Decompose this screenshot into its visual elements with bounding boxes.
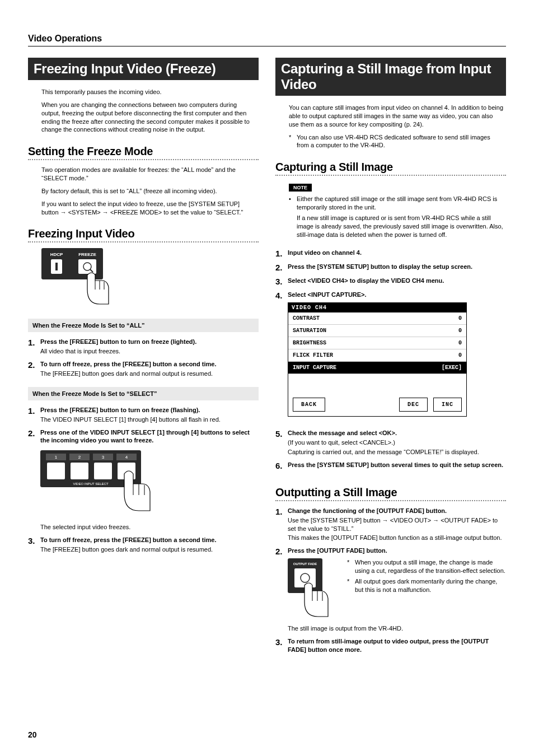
step-o1: 1. Change the functioning of the [OUTPUT… xyxy=(275,507,506,542)
menu-back-button: BACK xyxy=(293,398,325,412)
left-intro-2: When you are changing the connections be… xyxy=(41,101,256,134)
menu-inc-button: INC xyxy=(433,398,462,412)
freeze-mode-p1: Two operation modes are available for fr… xyxy=(41,166,256,183)
note-tag: NOTE xyxy=(289,184,312,192)
step-o2: 2. Press the [OUTPUT FADE] button. OUTPU… xyxy=(275,547,506,633)
dotted-rule xyxy=(28,159,259,160)
step-r1: 1.Input video on channel 4. xyxy=(275,249,506,258)
menu-row: CONTRAST0 xyxy=(288,312,466,325)
menu-dec-button: DEC xyxy=(399,398,428,412)
step-a1-text: All video that is input freezes. xyxy=(40,347,259,356)
step-b1: 1. Press the [FREEZE] button to turn on … xyxy=(28,406,259,424)
step-o3: 3. To return from still-image output to … xyxy=(275,637,506,654)
step-number: 1. xyxy=(28,406,37,424)
left-column: Freezing Input Video (Freeze) This tempo… xyxy=(28,58,259,659)
right-column: Capturing a Still Image from Input Video… xyxy=(275,58,506,659)
menu-row: FLICK FILTER0 xyxy=(288,349,466,362)
menu-row-highlighted: INPUT CAPTURE[EXEC] xyxy=(288,362,466,374)
svg-rect-12 xyxy=(47,463,65,479)
step-r4: 4.Select <INPUT CAPTURE>. VIDEO CH4 CONT… xyxy=(275,291,506,424)
freeze-mode-p3: If you want to select the input video to… xyxy=(41,200,256,217)
svg-text:4: 4 xyxy=(125,455,128,460)
right-intro-1: You can capture still images from input … xyxy=(289,104,504,129)
svg-text:1: 1 xyxy=(55,455,58,460)
step-number: 1. xyxy=(28,338,37,356)
input-button-2: 2 xyxy=(69,454,90,479)
svg-rect-2 xyxy=(55,263,58,270)
step-b1-text: The VIDEO INPUT SELECT [1] through [4] b… xyxy=(40,416,259,424)
right-title-bar: Capturing a Still Image from Input Video xyxy=(275,58,506,96)
output-fade-label: OUTPUT FADE xyxy=(293,562,317,566)
section-header: Video Operations xyxy=(28,34,506,46)
output-note-2: *All output goes dark momentarily during… xyxy=(347,577,506,594)
step-b3-title: To turn off freeze, press the [FREEZE] b… xyxy=(40,536,259,544)
step-a2-text: The [FREEZE] button goes dark and normal… xyxy=(40,370,259,378)
step-b1-title: Press the [FREEZE] button to turn on fre… xyxy=(40,406,259,414)
step-number: 3. xyxy=(28,536,37,554)
svg-rect-3 xyxy=(78,259,96,274)
step-b3-text: The [FREEZE] button goes dark and normal… xyxy=(40,545,259,554)
menu-row: SATURATION0 xyxy=(288,325,466,337)
subheading-outputting: Outputting a Still Image xyxy=(275,486,506,499)
step-b2-text: The selected input video freezes. xyxy=(40,523,259,531)
freeze-label: FREEZE xyxy=(78,252,96,257)
figure-output-fade: OUTPUT FADE xyxy=(288,558,338,620)
freeze-mode-p2: By factory default, this is set to “ALL”… xyxy=(41,187,256,195)
menu-title: VIDEO CH4 xyxy=(288,303,466,312)
subheading-freeze-mode: Setting the Freeze Mode xyxy=(28,145,259,158)
input-button-3: 3 xyxy=(93,454,113,479)
step-r3: 3.Select <VIDEO CH4> to display the VIDE… xyxy=(275,277,506,286)
input-button-1: 1 xyxy=(46,454,66,479)
svg-text:3: 3 xyxy=(102,455,105,460)
video-input-select-label: VIDEO INPUT SELECT xyxy=(73,482,109,486)
step-r5: 5. Check the message and select <OK>. (I… xyxy=(275,429,506,456)
step-a2-title: To turn off freeze, press the [FREEZE] b… xyxy=(40,360,259,368)
strip-all-mode: When the Freeze Mode Is Set to “ALL” xyxy=(28,319,259,332)
step-a2: 2. To turn off freeze, press the [FREEZE… xyxy=(28,360,259,378)
svg-rect-15 xyxy=(71,463,88,479)
right-intro-2: *You can also use VR-4HD RCS dedicated s… xyxy=(289,133,504,150)
dotted-rule xyxy=(28,241,259,242)
step-a1-title: Press the [FREEZE] button to turn on fre… xyxy=(40,338,259,346)
step-a1: 1. Press the [FREEZE] button to turn on … xyxy=(28,338,259,356)
step-r6: 6.Press the [SYSTEM SETUP] button severa… xyxy=(275,461,506,470)
strip-select-mode: When the Freeze Mode Is Set to “SELECT” xyxy=(28,387,259,400)
hdcp-label: HDCP xyxy=(50,252,63,257)
step-b2: 2. Press one of the VIDEO INPUT SELECT [… xyxy=(28,428,259,532)
step-number: 2. xyxy=(28,428,37,532)
step-b2-title: Press one of the VIDEO INPUT SELECT [1] … xyxy=(40,428,259,445)
svg-rect-18 xyxy=(94,463,112,479)
note-text: If a new still image is captured or is s… xyxy=(289,214,504,239)
step-r2: 2.Press the [SYSTEM SETUP] button to dis… xyxy=(275,263,506,272)
figure-input-select: 1 2 3 4 VIDEO INPUT SELECT xyxy=(40,450,259,517)
subheading-freezing-video: Freezing Input Video xyxy=(28,227,259,240)
menu-row: BRIGHTNESS0 xyxy=(288,337,466,349)
dotted-rule xyxy=(275,175,506,176)
page-number: 20 xyxy=(28,730,37,739)
step-o2-text: The still image is output from the VR-4H… xyxy=(288,624,506,633)
menu-screenshot: VIDEO CH4 CONTRAST0 SATURATION0 BRIGHTNE… xyxy=(288,302,467,417)
step-b3: 3. To turn off freeze, press the [FREEZE… xyxy=(28,536,259,554)
step-number: 2. xyxy=(28,360,37,378)
figure-freeze-button: HDCP FREEZE xyxy=(28,248,259,310)
dotted-rule xyxy=(275,500,506,501)
left-title-bar: Freezing Input Video (Freeze) xyxy=(28,58,259,80)
left-intro-1: This temporarily pauses the incoming vid… xyxy=(41,88,256,96)
output-note-1: *When you output a still image, the chan… xyxy=(347,558,506,575)
svg-text:2: 2 xyxy=(78,455,81,460)
note-bullet: •Either the captured still image or the … xyxy=(289,195,504,212)
subheading-capturing: Capturing a Still Image xyxy=(275,161,506,174)
